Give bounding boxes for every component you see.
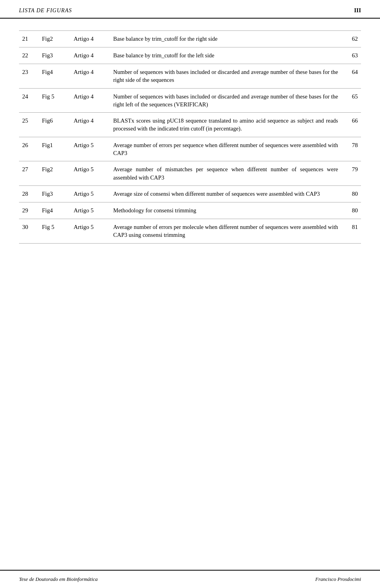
row-number: 26 bbox=[19, 137, 39, 161]
row-artigo: Artigo 5 bbox=[70, 137, 110, 161]
row-description: Methodology for consensi trimming bbox=[110, 202, 341, 219]
row-description: Average size of consensi when different … bbox=[110, 185, 341, 202]
row-fig: Fig 5 bbox=[39, 219, 70, 243]
row-artigo: Artigo 5 bbox=[70, 185, 110, 202]
row-description: Number of sequences with bases included … bbox=[110, 88, 341, 113]
row-page: 66 bbox=[341, 113, 361, 137]
page-footer: Tese de Doutorado em Bioinformática Fran… bbox=[0, 570, 380, 588]
table-row: 27Fig2Artigo 5Average number of mismatch… bbox=[19, 161, 361, 186]
row-fig: Fig2 bbox=[39, 31, 70, 47]
row-page: 65 bbox=[341, 88, 361, 113]
row-artigo: Artigo 4 bbox=[70, 113, 110, 137]
row-number: 22 bbox=[19, 47, 39, 64]
table-row: 25Fig6Artigo 4BLASTx scores using pUC18 … bbox=[19, 113, 361, 137]
row-page: 80 bbox=[341, 202, 361, 219]
row-number: 21 bbox=[19, 31, 39, 47]
table-row: 23Fig4Artigo 4Number of sequences with b… bbox=[19, 64, 361, 89]
table-row: 24Fig 5Artigo 4Number of sequences with … bbox=[19, 88, 361, 113]
row-description: Base balance by trim_cutoff for the left… bbox=[110, 47, 341, 64]
table-row: 30Fig 5Artigo 5Average number of errors … bbox=[19, 219, 361, 243]
header-page-number: III bbox=[354, 7, 361, 14]
row-fig: Fig2 bbox=[39, 161, 70, 186]
row-artigo: Artigo 5 bbox=[70, 219, 110, 243]
footer-left: Tese de Doutorado em Bioinformática bbox=[19, 576, 98, 582]
row-fig: Fig3 bbox=[39, 185, 70, 202]
row-number: 25 bbox=[19, 113, 39, 137]
footer-right: Francisco Prosdocimi bbox=[315, 576, 361, 582]
row-description: Average number of mismatches per sequenc… bbox=[110, 161, 341, 186]
row-description: Average number of errors per sequence wh… bbox=[110, 137, 341, 161]
page-header: Lista de figuras III bbox=[0, 0, 380, 19]
content-area: 21Fig2Artigo 4Base balance by trim_cutof… bbox=[0, 19, 380, 275]
row-number: 24 bbox=[19, 88, 39, 113]
row-number: 27 bbox=[19, 161, 39, 186]
row-artigo: Artigo 4 bbox=[70, 31, 110, 47]
row-description: Average number of errors per molecule wh… bbox=[110, 219, 341, 243]
row-number: 28 bbox=[19, 185, 39, 202]
row-fig: Fig 5 bbox=[39, 88, 70, 113]
table-row: 29Fig4Artigo 5Methodology for consensi t… bbox=[19, 202, 361, 219]
header-title: Lista de figuras bbox=[19, 8, 72, 14]
row-artigo: Artigo 4 bbox=[70, 47, 110, 64]
row-fig: Fig6 bbox=[39, 113, 70, 137]
row-fig: Fig1 bbox=[39, 137, 70, 161]
row-number: 23 bbox=[19, 64, 39, 89]
table-row: 28Fig3Artigo 5Average size of consensi w… bbox=[19, 185, 361, 202]
row-artigo: Artigo 4 bbox=[70, 64, 110, 89]
row-description: BLASTx scores using pUC18 sequence trans… bbox=[110, 113, 341, 137]
row-page: 63 bbox=[341, 47, 361, 64]
row-artigo: Artigo 5 bbox=[70, 202, 110, 219]
table-row: 21Fig2Artigo 4Base balance by trim_cutof… bbox=[19, 31, 361, 47]
table-row: 22Fig3Artigo 4Base balance by trim_cutof… bbox=[19, 47, 361, 64]
row-number: 29 bbox=[19, 202, 39, 219]
row-page: 79 bbox=[341, 161, 361, 186]
row-fig: Fig4 bbox=[39, 64, 70, 89]
table-row: 26Fig1Artigo 5Average number of errors p… bbox=[19, 137, 361, 161]
row-artigo: Artigo 5 bbox=[70, 161, 110, 186]
row-page: 80 bbox=[341, 185, 361, 202]
row-fig: Fig3 bbox=[39, 47, 70, 64]
row-description: Number of sequences with bases included … bbox=[110, 64, 341, 89]
row-page: 81 bbox=[341, 219, 361, 243]
row-description: Base balance by trim_cutoff for the righ… bbox=[110, 31, 341, 47]
row-page: 78 bbox=[341, 137, 361, 161]
figures-table: 21Fig2Artigo 4Base balance by trim_cutof… bbox=[19, 30, 361, 244]
row-fig: Fig4 bbox=[39, 202, 70, 219]
row-page: 62 bbox=[341, 31, 361, 47]
row-artigo: Artigo 4 bbox=[70, 88, 110, 113]
row-number: 30 bbox=[19, 219, 39, 243]
row-page: 64 bbox=[341, 64, 361, 89]
